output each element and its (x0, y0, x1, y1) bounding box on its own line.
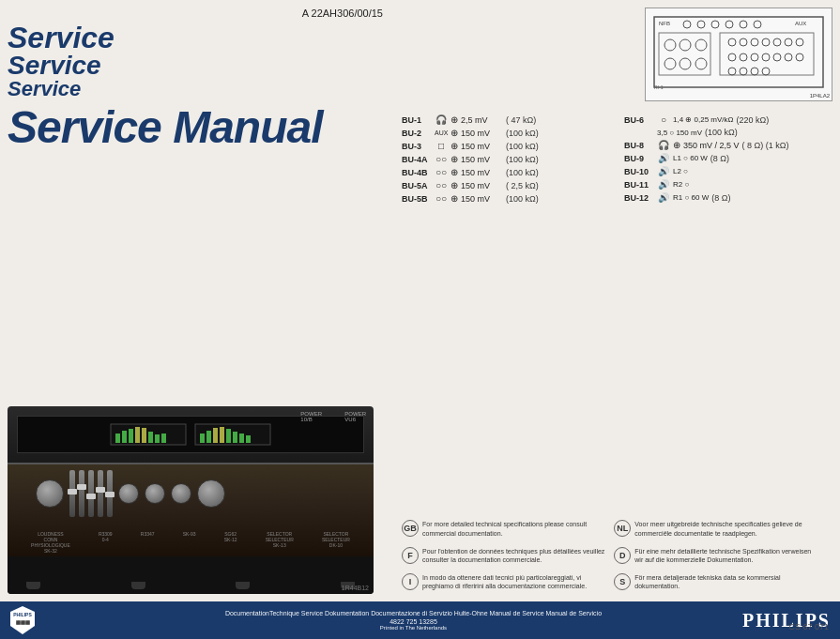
bu-row-8: BU-8 🎧 ⊕ 350 mV / 2,5 V ( 8 Ω) (1 kΩ) (624, 140, 832, 150)
bu-impedance-3: (100 kΩ) (506, 142, 539, 151)
lang-f: F Pour l'obtention de données techniques… (402, 547, 608, 564)
lang-section: GB For more detailed technical specifica… (402, 520, 832, 594)
bu-value-3: 150 mV (461, 142, 503, 151)
lang-gb: GB For more detailed technical specifica… (402, 520, 608, 537)
bu-id-12: BU-12 (624, 193, 654, 203)
lang-text-f: Pour l'obtention de données techniques p… (422, 547, 608, 564)
label-r3309: R33090-4 (99, 531, 113, 554)
svg-point-28 (664, 39, 676, 51)
lang-code-d: D (614, 547, 631, 564)
bu-icon-3: □ (435, 141, 448, 151)
svg-rect-11 (206, 431, 211, 443)
bu-arrow-1: ⊕ (451, 114, 458, 125)
svg-point-23 (711, 21, 719, 28)
svg-rect-12 (213, 428, 218, 443)
bu-value-6: 1,4 ⊕ 0,25 mV/kΩ (673, 115, 734, 124)
lang-nl: NL Voor meer uitgebreide technische spec… (614, 520, 820, 537)
svg-point-35 (728, 38, 736, 46)
bu-row-1: BU-1 🎧 ⊕ 2,5 mV ( 47 kΩ) (402, 114, 610, 125)
connector-label-id: 1P4LA2 (810, 93, 830, 99)
bu-icon-10: 🔊 (657, 166, 670, 176)
bu-column-left: BU-1 🎧 ⊕ 2,5 mV ( 47 kΩ) BU-2 AUX ⊕ 150 … (402, 114, 610, 206)
bu-icon-2: AUX (435, 129, 448, 136)
bu-value-1: 2,5 mV (461, 115, 503, 125)
svg-point-30 (695, 39, 707, 51)
svg-point-24 (725, 21, 733, 28)
service-line-1: Service (8, 23, 392, 53)
svg-point-47 (785, 53, 792, 61)
svg-point-31 (664, 58, 676, 69)
lang-i: I In modo da ottenere dati tecnici più p… (402, 573, 608, 590)
bu-arrow-5a: ⊕ (451, 180, 458, 190)
bu-id-5b: BU-5B (402, 194, 432, 204)
label-r3347: R3347 (141, 531, 155, 554)
power-label-2: POWER10/B (300, 411, 322, 422)
bu-row-3: BU-3 □ ⊕ 150 mV (100 kΩ) (402, 141, 610, 151)
svg-text:PHILIPS: PHILIPS (13, 612, 32, 617)
svg-point-44 (751, 53, 758, 61)
treble-knob (145, 483, 165, 504)
bu-icon-11: 🔊 (657, 179, 670, 190)
svg-rect-14 (226, 429, 231, 443)
svg-point-42 (728, 53, 736, 61)
svg-point-49 (728, 68, 736, 75)
left-panel: A 22AH306/00/15 Service Service Service … (8, 8, 402, 594)
amp-diagram-id: 1R44B12 (342, 585, 369, 591)
svg-rect-4 (129, 429, 133, 443)
bu-icon-5a: ○○ (435, 180, 448, 190)
svg-point-37 (751, 38, 758, 46)
bu-arrow-5b: ⊕ (451, 193, 458, 204)
bu-id-5a: BU-5A (402, 181, 432, 190)
lang-d: D Für eine mehr detaillierte technische … (614, 547, 820, 564)
bu-impedance-5a: ( 2,5 kΩ) (506, 181, 539, 190)
bu-row-2: BU-2 AUX ⊕ 150 mV (100 kΩ) (402, 128, 610, 138)
svg-rect-13 (220, 427, 224, 443)
slider-3 (88, 470, 94, 517)
bu-arrow-2: ⊕ (451, 128, 458, 138)
bu-icon-12: 🔊 (657, 192, 670, 203)
bu-value-8: 350 mV / 2,5 V (683, 141, 740, 150)
cs-number: CS 67 071 (788, 622, 829, 631)
svg-text:RI-1: RI-1 (654, 84, 664, 90)
bass-knob (118, 483, 139, 504)
bu-value-4b: 150 mV (461, 168, 503, 177)
lang-text-s: För mera detaljerade tekniska data se ko… (634, 573, 820, 590)
bu-id-9: BU-9 (624, 154, 654, 163)
bu-arrow-3: ⊕ (451, 141, 458, 151)
svg-rect-16 (239, 434, 244, 443)
svg-point-48 (796, 53, 803, 61)
amp-controls (36, 470, 345, 517)
bu-impedance-9: (8 Ω) (710, 154, 729, 163)
svg-rect-9 (161, 434, 166, 443)
svg-text:AUX: AUX (795, 21, 806, 26)
connector-diagram: NFB AUX (645, 8, 832, 101)
bu-row-5b: BU-5B ○○ ⊕ 150 mV (100 kΩ) (402, 193, 610, 204)
svg-point-36 (740, 38, 747, 46)
service-stacked: Service Service Service (8, 23, 392, 99)
bu-value-9: L1 ○ 60 W (673, 154, 708, 162)
lang-text-i: In modo da ottenere dati tecnici più par… (422, 573, 608, 590)
foot-3 (236, 582, 250, 589)
svg-rect-7 (148, 432, 153, 443)
lang-text-nl: Voor meer uitgebreide technische specifi… (634, 520, 820, 537)
volume-knob (36, 479, 64, 508)
lang-code-nl: NL (614, 520, 631, 537)
main-content: A 22AH306/00/15 Service Service Service … (0, 0, 840, 601)
balance-knob (171, 483, 191, 504)
vu-meters-svg (106, 419, 275, 449)
amplifier-image: POWERVU6 POWER10/B POWER6001 SK-51 (8, 406, 374, 594)
model-number: A 22AH306/00/15 (8, 8, 392, 19)
svg-point-39 (773, 38, 781, 46)
bu-id-4a: BU-4A (402, 155, 432, 164)
philips-shield-area: PHILIPS ⬛⬛⬛ (9, 605, 84, 635)
bu-id-11: BU-11 (624, 180, 654, 190)
svg-rect-17 (246, 435, 251, 443)
label-sg62: SG62SK-12 (224, 531, 237, 554)
power-label-1: POWERVU6 (344, 411, 366, 422)
bu-value-5a: 150 mV (461, 181, 503, 190)
bu-arrow-4b: ⊕ (451, 167, 458, 177)
bu-value-4a: 150 mV (461, 155, 503, 164)
svg-point-22 (697, 21, 705, 28)
bu-icon-6: ○ (657, 114, 670, 125)
bu-id-3: BU-3 (402, 142, 432, 151)
